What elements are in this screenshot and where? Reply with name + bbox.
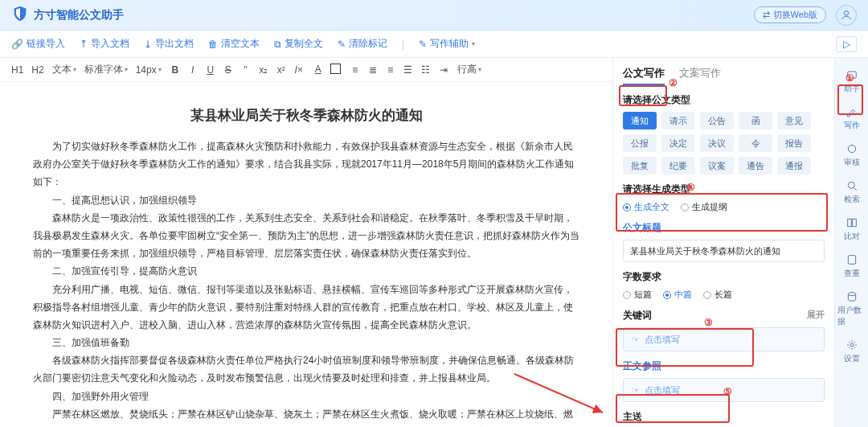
font-select[interactable]: 标准字体▾ [84, 63, 128, 76]
type-option[interactable]: 批复 [623, 157, 657, 174]
heading-h2[interactable]: H2 [31, 64, 43, 76]
document-area[interactable]: 某县林业局关于秋冬季森林防火的通知 为了切实做好秋冬季森林防火工作，提高森林火灾… [0, 82, 612, 427]
superscript-button[interactable]: x² [276, 64, 287, 76]
list-ul-button[interactable]: ☷ [420, 64, 432, 76]
align-right-button[interactable]: ≡ [385, 64, 396, 76]
action-clear-marks[interactable]: ✎清除标记 [338, 37, 387, 51]
type-option[interactable]: 公报 [623, 134, 657, 152]
placeholder-text: 点击填写 [645, 334, 680, 346]
radio-wc-mid[interactable]: 中篇 [663, 289, 692, 301]
radio-gen-full[interactable]: 生成全文 [623, 201, 669, 213]
strike-button[interactable]: S [223, 64, 234, 76]
italic-button[interactable]: I [187, 64, 199, 76]
editor-toolbar: H1 H2 文本▾ 标准字体▾ 14px▾ B I U S " x₂ x² I×… [0, 58, 612, 82]
radio-wc-short[interactable]: 短篇 [623, 289, 652, 301]
radio-label: 生成提纲 [692, 201, 727, 213]
underline-button[interactable]: U [205, 64, 216, 76]
keyword-input[interactable]: ☞ 点击填写 [623, 327, 825, 351]
svg-rect-7 [852, 219, 856, 226]
type-option[interactable]: 函 [739, 112, 772, 129]
section-topic-label: 主送 [623, 410, 825, 424]
gen-radio-row: 生成全文 生成提纲 [623, 201, 825, 213]
bold-button[interactable]: B [170, 64, 181, 76]
svg-point-10 [850, 343, 854, 347]
type-grid: 通知 请示 公告 函 意见 公报 决定 决议 令 报告 批复 纪要 议案 通告 … [623, 112, 825, 174]
text-mode-select[interactable]: 文本▾ [52, 63, 76, 76]
action-copy-all[interactable]: ⧉复制全文 [274, 37, 323, 51]
type-option[interactable]: 报告 [777, 134, 811, 152]
action-label: 导入文档 [91, 37, 129, 51]
align-left-button[interactable]: ≡ [350, 64, 361, 76]
size-select[interactable]: 14px▾ [136, 64, 162, 76]
chevron-down-icon: ▾ [478, 66, 481, 73]
sidebar-item-settings[interactable]: 设置 [837, 335, 866, 368]
sidebar-item-label: 审核 [844, 157, 860, 168]
clear-format-button[interactable]: I× [293, 64, 305, 76]
type-option[interactable]: 通告 [739, 157, 772, 174]
list-ol-button[interactable]: ☰ [403, 64, 414, 76]
sidebar-item-plagiarism[interactable]: 查重 [837, 249, 866, 283]
type-option[interactable]: 令 [739, 134, 772, 152]
sidebar-item-userdata[interactable]: 用户数据 [837, 286, 866, 331]
section-type-label: 请选择公文类型 [623, 93, 825, 107]
chevron-down-icon: ▾ [472, 40, 475, 47]
type-option[interactable]: 决定 [661, 134, 695, 152]
svg-point-0 [844, 10, 848, 14]
bg-color-button[interactable] [330, 64, 342, 76]
sidebar-item-compare[interactable]: 比对 [837, 212, 866, 246]
switch-web-button[interactable]: ⇄ 切换Web版 [754, 6, 826, 23]
sidebar-item-assistant[interactable]: 助手 [837, 64, 866, 98]
size-label: 14px [136, 64, 157, 76]
shield-icon [11, 5, 29, 25]
type-option[interactable]: 意见 [777, 112, 811, 129]
svg-point-9 [848, 293, 855, 296]
text-mode-label: 文本 [52, 63, 72, 76]
sidebar-item-write[interactable]: 写作 [837, 101, 866, 135]
panel-tabs: 公文写作 文案写作 [623, 66, 825, 85]
title-input[interactable] [623, 240, 825, 262]
type-option[interactable]: 公告 [700, 112, 734, 129]
type-option[interactable]: 通报 [777, 157, 811, 174]
radio-label: 长篇 [714, 289, 732, 301]
section-gen-label: 请选择生成类型 [623, 183, 825, 196]
line-height-select[interactable]: 行高▾ [457, 63, 481, 76]
collapse-panel-button[interactable]: ▷ [836, 36, 857, 52]
action-export-doc[interactable]: ⤓导出文档 [144, 37, 194, 51]
heading-h1[interactable]: H1 [11, 64, 23, 76]
svg-line-5 [854, 188, 856, 191]
action-import-doc[interactable]: ⤒导入文档 [80, 37, 129, 51]
avatar[interactable] [836, 5, 857, 26]
sidebar-item-label: 用户数据 [837, 305, 866, 327]
action-clear-text[interactable]: 🗑清空文本 [208, 37, 260, 51]
reference-input[interactable]: ☞ 点击填写 [623, 378, 825, 402]
type-option[interactable]: 纪要 [661, 157, 695, 174]
svg-point-3 [848, 145, 855, 152]
tab-copy-writing[interactable]: 文案写作 [679, 66, 721, 85]
action-writing-aid[interactable]: ✎写作辅助 ▾ [419, 37, 475, 51]
action-link-import[interactable]: 🔗链接导入 [11, 37, 65, 51]
right-sidebar: 助手 写作 审核 检索 比对 查重 用户数据 设置 [834, 58, 868, 427]
type-option[interactable]: 议案 [700, 157, 734, 174]
eraser-icon: ✎ [338, 39, 346, 50]
hand-icon: ☞ [632, 335, 640, 345]
tab-official-writing[interactable]: 公文写作 [623, 66, 665, 85]
svg-point-4 [848, 182, 854, 188]
sidebar-item-search[interactable]: 检索 [837, 175, 866, 209]
type-option[interactable]: 请示 [661, 112, 695, 129]
doc-paragraph: 二、加强宣传引导，提高防火意识 [33, 262, 579, 280]
quote-button[interactable]: " [240, 64, 252, 76]
subscript-button[interactable]: x₂ [258, 64, 269, 76]
doc-paragraph: 四、加强野外用火管理 [33, 388, 579, 405]
type-option[interactable]: 通知 [623, 112, 657, 129]
radio-wc-long[interactable]: 长篇 [703, 289, 732, 301]
text-color-button[interactable]: A [313, 64, 324, 76]
action-label: 清空文本 [221, 37, 260, 51]
app-logo: 方寸智能公文助手 [11, 5, 124, 25]
sidebar-item-review[interactable]: 审核 [837, 138, 866, 172]
indent-button[interactable]: ⇥ [438, 64, 449, 76]
type-option[interactable]: 决议 [700, 134, 734, 152]
doc-title: 某县林业局关于秋冬季森林防火的通知 [33, 106, 579, 125]
align-center-button[interactable]: ≣ [367, 64, 379, 76]
radio-gen-outline[interactable]: 生成提纲 [681, 201, 727, 213]
expand-button[interactable]: 展开 [807, 309, 825, 321]
